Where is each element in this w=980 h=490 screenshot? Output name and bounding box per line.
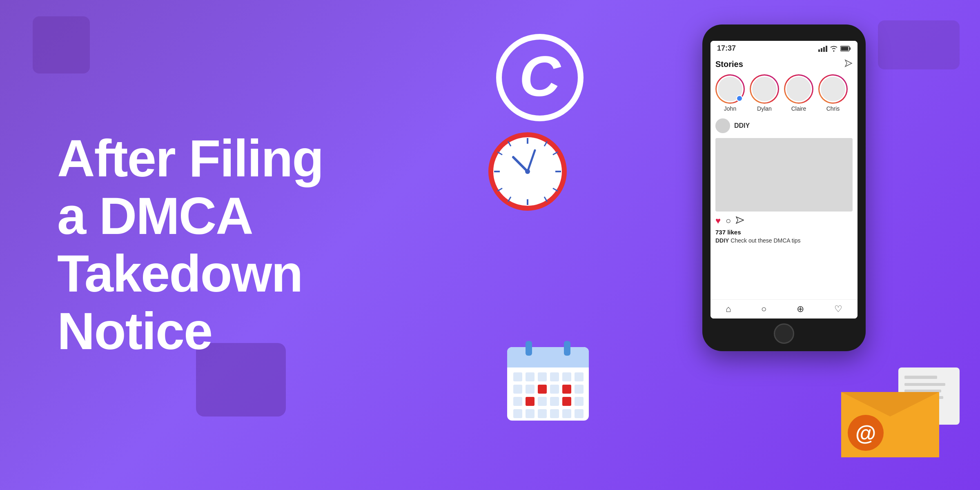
svg-rect-44 xyxy=(550,409,559,418)
stories-row: John Dylan xyxy=(715,74,853,112)
stories-label: Stories xyxy=(715,60,743,69)
svg-rect-35 xyxy=(513,397,522,406)
svg-rect-32 xyxy=(550,385,559,394)
story-item-john[interactable]: John xyxy=(715,74,745,112)
svg-rect-22 xyxy=(564,341,570,356)
title-line2: a DMCA xyxy=(57,187,470,245)
search-nav-icon[interactable]: ○ xyxy=(761,304,766,314)
author-avatar xyxy=(715,118,730,133)
svg-rect-53 xyxy=(841,47,849,50)
svg-rect-47 xyxy=(818,49,820,52)
story-item-chris[interactable]: Chris xyxy=(818,74,848,112)
title-line3: Takedown xyxy=(57,245,470,303)
svg-rect-48 xyxy=(821,48,822,52)
heart-nav-icon[interactable]: ♡ xyxy=(834,304,842,314)
svg-rect-46 xyxy=(575,409,584,418)
svg-rect-36 xyxy=(526,397,535,406)
svg-point-17 xyxy=(525,169,530,174)
share-icon[interactable] xyxy=(736,216,744,226)
svg-rect-21 xyxy=(526,341,532,356)
left-section: After Filing a DMCA Takedown Notice xyxy=(0,130,470,360)
main-title: After Filing a DMCA Takedown Notice xyxy=(57,130,470,360)
svg-rect-41 xyxy=(513,409,522,418)
svg-rect-31 xyxy=(538,385,547,394)
svg-rect-25 xyxy=(538,372,547,381)
svg-rect-27 xyxy=(562,372,571,381)
author-name: DDIY xyxy=(734,122,750,129)
phone: 17:37 xyxy=(702,24,866,351)
home-button[interactable] xyxy=(774,323,794,344)
svg-rect-49 xyxy=(823,47,825,52)
title-line1: After Filing xyxy=(57,130,470,187)
likes-count: 737 likes xyxy=(715,229,853,236)
email-envelope: @ xyxy=(841,368,964,457)
post-caption: DDIY Check out these DMCA tips xyxy=(715,237,853,244)
status-icons xyxy=(818,45,851,52)
svg-rect-34 xyxy=(575,385,584,394)
post-author-row: DDIY xyxy=(715,118,853,133)
copyright-icon: C xyxy=(495,33,585,122)
svg-rect-20 xyxy=(507,359,589,368)
stories-header: Stories xyxy=(715,59,853,69)
svg-rect-42 xyxy=(526,409,535,418)
svg-rect-24 xyxy=(526,372,535,381)
svg-text:C: C xyxy=(519,44,561,108)
svg-rect-37 xyxy=(538,397,547,406)
svg-rect-50 xyxy=(826,46,827,52)
svg-text:@: @ xyxy=(855,421,876,445)
deco-square-topleft xyxy=(33,16,90,74)
svg-rect-30 xyxy=(526,385,535,394)
add-nav-icon[interactable]: ⊕ xyxy=(797,304,804,314)
phone-screen: 17:37 xyxy=(710,41,858,318)
svg-rect-39 xyxy=(562,397,571,406)
comment-icon[interactable]: ○ xyxy=(726,216,731,226)
right-section: C xyxy=(470,0,980,490)
svg-rect-29 xyxy=(513,385,522,394)
clock-icon xyxy=(487,131,568,212)
svg-rect-26 xyxy=(550,372,559,381)
svg-rect-43 xyxy=(538,409,547,418)
story-item-dylan[interactable]: Dylan xyxy=(750,74,779,112)
heart-icon[interactable]: ♥ xyxy=(715,216,721,226)
home-nav-icon[interactable]: ⌂ xyxy=(726,304,731,314)
phone-content: Stories xyxy=(710,56,858,299)
svg-rect-57 xyxy=(904,390,941,392)
status-bar: 17:37 xyxy=(710,41,858,56)
svg-rect-45 xyxy=(562,409,571,418)
svg-rect-56 xyxy=(904,383,945,386)
post-actions: ♥ ○ xyxy=(715,216,853,226)
svg-rect-52 xyxy=(849,47,851,50)
send-icon xyxy=(844,59,853,69)
bottom-nav: ⌂ ○ ⊕ ♡ xyxy=(710,299,858,318)
svg-rect-38 xyxy=(550,397,559,406)
svg-rect-55 xyxy=(904,376,937,379)
svg-rect-40 xyxy=(575,397,584,406)
svg-rect-28 xyxy=(575,372,584,381)
banner: After Filing a DMCA Takedown Notice C xyxy=(0,0,980,490)
svg-rect-23 xyxy=(513,372,522,381)
time: 17:37 xyxy=(717,44,736,53)
svg-rect-33 xyxy=(562,385,571,394)
story-item-claire[interactable]: Claire xyxy=(784,74,813,112)
calendar-icon xyxy=(503,335,593,425)
title-line4: Notice xyxy=(57,303,470,360)
post-image xyxy=(715,138,853,212)
